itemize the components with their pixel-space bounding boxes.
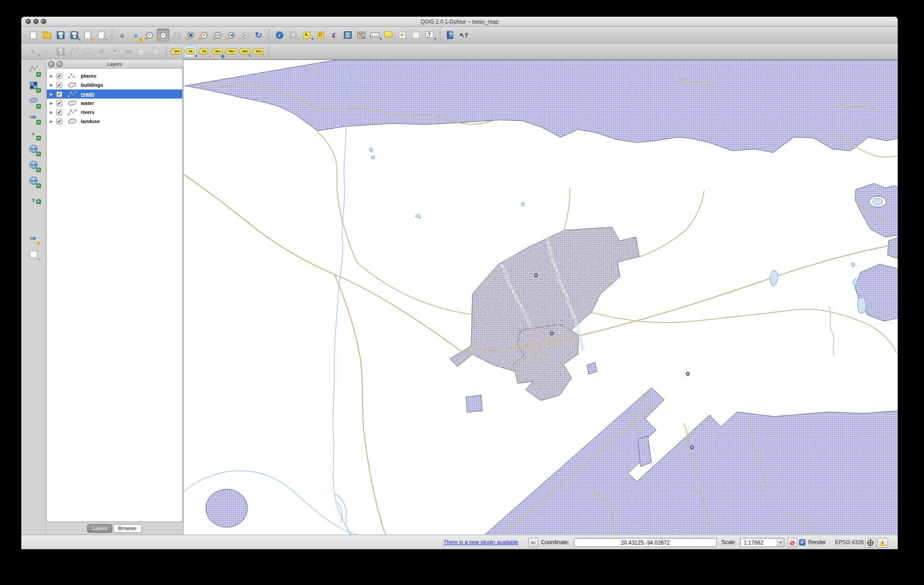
pan-to-selection[interactable]: ↔↕▣ [129,29,142,41]
layer-row-water[interactable]: ▶✓water [47,99,182,108]
add-mssql-layer[interactable]: ◗+ [27,127,40,139]
add-vector-layer[interactable]: + [27,63,40,76]
new-bookmark[interactable]: ★ [396,29,408,41]
expand-arrow-icon[interactable]: ▶ [50,74,55,78]
highlight-pinned-labels[interactable]: ab● [198,45,210,58]
add-wfs-layer[interactable]: + [27,174,40,187]
new-plugin-link[interactable]: There is a new plugin available [443,538,518,547]
remove-layer[interactable]: − [27,248,40,261]
show-hide-labels[interactable]: abc◉ [211,45,224,58]
title-bar[interactable]: QGIS 2.0.1-Dufour – basic_map [21,17,898,27]
zoom-last[interactable]: ◀ [225,29,238,41]
change-label[interactable]: abc✎ [252,45,265,58]
crs-status-button[interactable] [865,538,876,548]
refresh-map[interactable]: ↻ [252,29,265,41]
new-spatialite-layer[interactable]: ✑✱ [27,232,40,245]
messages-button[interactable] [877,538,888,548]
new-project[interactable] [27,29,40,41]
stop-render-icon[interactable]: ⊘ [787,538,797,547]
zoom-to-selection[interactable]: ■ [198,29,210,41]
layer-row-places[interactable]: ▶✓places [47,71,182,80]
map-canvas[interactable] [183,59,898,535]
text-annotation-dropdown-icon[interactable]: ▾ [434,37,436,41]
new-print-composer[interactable]: ✱ [81,29,94,41]
zoom-next[interactable]: ▶ [238,29,251,41]
paste-features[interactable] [149,45,162,58]
whats-this[interactable]: ↖? [457,29,470,41]
open-attribute-table[interactable] [341,29,354,41]
composer-manager[interactable]: ✦ [95,29,108,41]
add-wcs-layer[interactable]: + [27,159,40,171]
layer-visibility-checkbox[interactable]: ✓ [56,109,62,115]
save-project[interactable] [54,29,67,41]
measure[interactable]: ▾ [368,29,381,41]
expand-arrow-icon[interactable]: ▶ [50,83,55,87]
expand-arrow-icon[interactable]: ▶ [50,92,55,96]
field-calculator[interactable] [355,29,368,41]
zoom-window-button[interactable] [41,19,46,24]
resize-grip[interactable] [889,541,897,548]
close-window-button[interactable] [25,19,31,24]
expand-arrow-icon[interactable]: ▶ [50,110,55,114]
current-edits-dropdown-icon[interactable]: ▾ [38,54,40,57]
toggle-editing[interactable]: ✎ [40,45,53,58]
layer-row-roads[interactable]: ▶✓roads [47,89,182,99]
layer-row-rivers[interactable]: ▶✓rivers [47,108,182,117]
save-layer-edits[interactable]: ✎ [54,45,67,58]
run-feature-action[interactable]: ✱▾ [287,29,299,41]
deselect-features[interactable]: ∅ [314,29,327,41]
select-features-dropdown-icon[interactable]: ▾ [312,37,313,41]
zoom-in[interactable]: + [143,29,156,41]
plugin-icon[interactable]: ✄ [528,538,538,547]
tab-layers[interactable]: Layers [87,524,112,533]
panel-close-icon[interactable]: ✕ [48,61,55,67]
coordinate-input[interactable] [574,538,717,547]
save-project-as[interactable]: ✎ [68,29,80,41]
show-bookmarks[interactable] [409,29,422,41]
identify-features[interactable]: i [273,29,286,41]
pan-map[interactable]: ↔↕ [116,29,129,41]
layer-visibility-checkbox[interactable]: ✓ [56,82,62,88]
add-spatialite-layer[interactable]: ✑+ [27,111,40,124]
layer-visibility-checkbox[interactable]: ✓ [56,119,62,124]
expand-arrow-icon[interactable]: ▶ [50,119,55,124]
add-postgis-layer[interactable]: + [27,95,40,108]
node-tool[interactable]: ✐ [95,45,108,58]
layer-visibility-checkbox[interactable]: ✓ [56,91,62,97]
zoom-to-layer[interactable]: ▭ [211,29,224,41]
tab-browser[interactable]: Browser [113,524,141,533]
help-contents[interactable]: ? [444,29,457,41]
run-feature-action-dropdown-icon[interactable]: ▾ [298,37,300,41]
add-delimited-text-layer[interactable]: ,+ [27,190,40,203]
move-feature[interactable]: → [81,45,94,58]
layer-visibility-checkbox[interactable]: ✓ [56,100,62,106]
map-tips[interactable] [382,29,395,41]
text-annotation[interactable]: T▾ [423,29,436,41]
pin-unpin-labels[interactable]: ab● [184,45,197,58]
scale-dropdown-icon[interactable]: ▼ [777,539,784,546]
open-project[interactable] [40,29,53,41]
copy-features[interactable] [136,45,149,58]
panel-float-icon[interactable] [56,61,63,67]
current-edits[interactable]: ✎▾ [27,45,40,58]
measure-dropdown-icon[interactable]: ▾ [380,37,382,41]
labeling[interactable]: abc [170,45,183,58]
zoom-out[interactable]: − [157,29,169,41]
select-features[interactable]: ↖▾ [300,29,313,41]
rotate-label[interactable]: abc↻ [238,45,251,58]
layer-row-landuse[interactable]: ▶✓landuse [47,117,182,126]
delete-selected[interactable]: ✕ [109,45,121,58]
render-checkbox[interactable]: ✓ [799,539,805,545]
zoom-full-extent[interactable]: ▣ [184,29,197,41]
zoom-native[interactable]: 1:1 [170,29,183,41]
minimize-window-button[interactable] [33,19,39,24]
add-feature[interactable]: ✱ [68,45,80,58]
expand-arrow-icon[interactable]: ▶ [50,101,55,105]
layer-visibility-checkbox[interactable]: ✓ [56,73,62,79]
layer-row-buildings[interactable]: ▶✓buildings [47,80,182,89]
move-label[interactable]: abc→ [225,45,238,58]
select-by-expression[interactable]: ε [328,29,340,41]
cut-features[interactable]: ✂ [122,45,135,58]
add-raster-layer[interactable]: + [27,79,40,92]
add-wms-layer[interactable]: + [27,143,40,155]
